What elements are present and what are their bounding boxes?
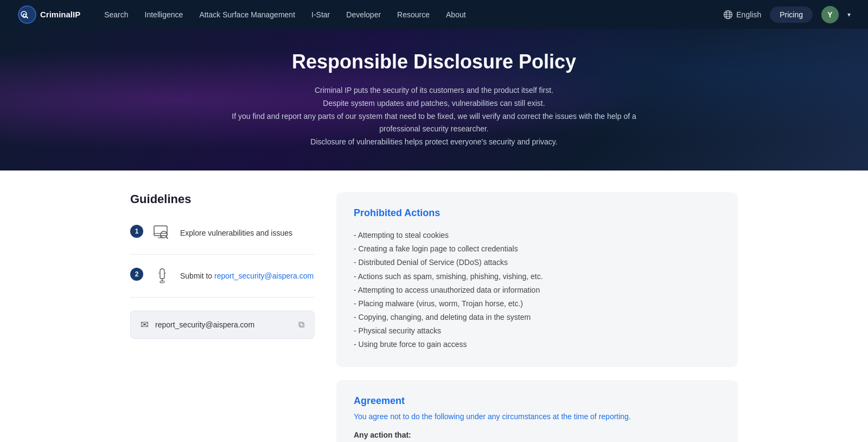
avatar-chevron-icon[interactable]: ▾ — [847, 11, 851, 18]
list-item: - Attempting to steal cookies — [354, 229, 720, 242]
step-2-email-link[interactable]: report_security@aispera.com — [214, 271, 314, 280]
nav-right: English Pricing Y ▾ — [723, 6, 851, 23]
page-title: Responsible Disclosure Policy — [212, 50, 656, 73]
guideline-step-1: 1 Explore vulnerabilities and issues — [130, 223, 315, 255]
list-item: - Creating a fake login page to collect … — [354, 242, 720, 256]
hero-desc-line2: Despite system updates and patches, vuln… — [212, 97, 656, 110]
list-item: - Attempting to access unauthorized data… — [354, 283, 720, 297]
nav-resource[interactable]: Resource — [391, 0, 436, 29]
user-avatar[interactable]: Y — [821, 6, 839, 23]
prohibited-actions-card: Prohibited Actions - Attempting to steal… — [336, 192, 738, 367]
navbar: c CriminalIP Search Intelligence Attack … — [0, 0, 868, 29]
explore-icon — [152, 223, 173, 243]
logo[interactable]: c CriminalIP — [17, 5, 80, 24]
submit-icon — [152, 266, 173, 286]
agreement-card: Agreement You agree not to do the follow… — [336, 380, 738, 442]
list-item: - Placing malware (virus, worm, Trojan h… — [354, 297, 720, 311]
prohibited-title: Prohibited Actions — [354, 207, 720, 219]
hero-section: Responsible Disclosure Policy Criminal I… — [0, 29, 868, 171]
nav-links: Search Intelligence Attack Surface Manag… — [98, 0, 723, 29]
hero-desc-line1: Criminal IP puts the security of its cus… — [212, 84, 656, 97]
svg-line-14 — [166, 237, 168, 238]
list-item: - Physical security attacks — [354, 324, 720, 338]
list-item: - Distributed Denial of Service (DDoS) a… — [354, 256, 720, 269]
step-1-number: 1 — [130, 225, 143, 238]
any-action-label: Any action that: — [354, 431, 720, 439]
hero-desc-line4: Disclosure of vulnerabilities helps prot… — [212, 136, 656, 149]
nav-search[interactable]: Search — [98, 0, 135, 29]
language-selector[interactable]: English — [723, 10, 761, 20]
email-icon: ✉ — [141, 319, 149, 331]
agreement-title: Agreement — [354, 395, 720, 407]
nav-istar[interactable]: I-Star — [305, 0, 336, 29]
pricing-button[interactable]: Pricing — [770, 7, 813, 23]
prohibited-list: - Attempting to steal cookies - Creating… — [354, 229, 720, 352]
list-item: - Using brute force to gain access — [354, 338, 720, 351]
hero-desc-line3: If you find and report any parts of our … — [212, 110, 656, 136]
nav-about[interactable]: About — [439, 0, 473, 29]
email-box: ✉ report_security@aispera.com ⧉ — [130, 311, 315, 339]
nav-intelligence[interactable]: Intelligence — [138, 0, 190, 29]
main-content: Guidelines 1 Explore vulnerabilities and… — [108, 171, 760, 442]
step-1-text: Explore vulnerabilities and issues — [180, 229, 292, 237]
nav-asm[interactable]: Attack Surface Management — [193, 0, 302, 29]
guideline-step-2: 2 Submit to report_security@aispera.com — [130, 266, 315, 298]
step-2-text: Submit to report_security@aispera.com — [180, 271, 314, 280]
hero-description: Criminal IP puts the security of its cus… — [212, 84, 656, 149]
language-label: English — [736, 10, 761, 19]
email-address: report_security@aispera.com — [155, 320, 292, 329]
nav-developer[interactable]: Developer — [340, 0, 387, 29]
list-item: - Actions such as spam, smishing, phishi… — [354, 270, 720, 283]
list-item: - Copying, changing, and deleting data i… — [354, 311, 720, 324]
agreement-subtitle: You agree not to do the following under … — [354, 412, 720, 421]
step-2-number: 2 — [130, 268, 143, 281]
logo-text: CriminalIP — [40, 10, 80, 19]
copy-icon[interactable]: ⧉ — [298, 320, 304, 330]
right-panel: Prohibited Actions - Attempting to steal… — [336, 192, 738, 442]
guidelines-title: Guidelines — [130, 192, 315, 206]
guidelines-panel: Guidelines 1 Explore vulnerabilities and… — [130, 192, 315, 339]
